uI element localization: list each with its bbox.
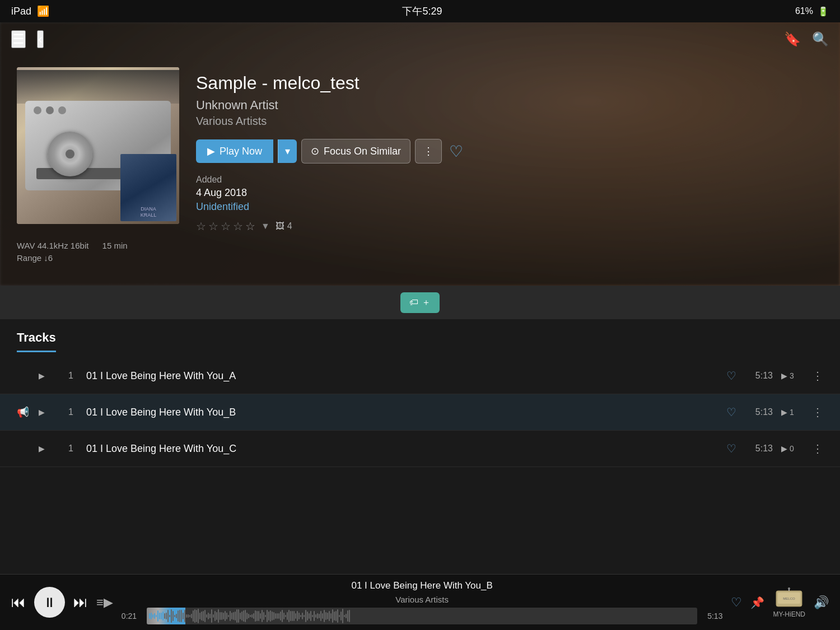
waveform-bar <box>176 614 177 618</box>
rating-dropdown-icon[interactable]: ▼ <box>261 221 270 231</box>
more-options-button[interactable]: ⋮ <box>415 139 442 164</box>
tag-icon: 🏷 <box>409 297 418 307</box>
rating-row: ☆ ☆ ☆ ☆ ☆ ▼ 🖼 4 <box>196 220 823 233</box>
tag-button[interactable]: 🏷 ＋ <box>400 292 440 313</box>
waveform-bar <box>267 610 268 622</box>
waveform-bar <box>260 613 261 619</box>
play-count-2: 1 <box>790 408 794 417</box>
waveform-bar <box>184 610 185 622</box>
play-count-3: 0 <box>790 444 794 453</box>
photo-number: 4 <box>287 221 292 231</box>
track-duration-2: 5:13 <box>745 407 773 417</box>
volume-button[interactable]: 🔊 <box>814 595 829 610</box>
added-label: Added <box>196 175 823 185</box>
waveform-bar <box>161 613 162 620</box>
device-name-label: MY-HiEND <box>773 610 805 618</box>
track-more-2[interactable]: ⋮ <box>812 405 823 419</box>
waveform-bar <box>191 614 192 618</box>
play-dropdown-button[interactable]: ▾ <box>278 139 297 163</box>
waveform-bar <box>245 610 246 622</box>
track-more-3[interactable]: ⋮ <box>812 442 823 455</box>
waveform-bar <box>347 610 348 622</box>
duration-label: 15 min <box>102 241 128 250</box>
star-4[interactable]: ☆ <box>233 220 243 233</box>
waveform-bar <box>174 615 175 617</box>
heart-button[interactable]: ♡ <box>446 139 466 164</box>
unidentified-link[interactable]: Unidentified <box>196 201 823 213</box>
waveform-bar <box>149 613 150 619</box>
waveform-bar <box>157 610 158 622</box>
track-name-2[interactable]: 01 I Love Being Here With You_B <box>86 407 718 418</box>
album-title: Sample - melco_test <box>196 73 823 94</box>
back-button[interactable]: ‹ <box>37 30 44 48</box>
waveform-bar <box>181 610 182 622</box>
player-heart-button[interactable]: ♡ <box>731 595 742 610</box>
device-svg: MELCO <box>775 586 803 609</box>
focus-icon: ⊙ <box>311 145 319 157</box>
star-2[interactable]: ☆ <box>208 220 218 233</box>
track-heart-3[interactable]: ♡ <box>726 442 736 455</box>
waveform-bar <box>335 611 337 622</box>
svg-text:MELCO: MELCO <box>783 597 796 600</box>
waveform-bar <box>319 614 320 618</box>
play-now-button[interactable]: ▶ Play Now <box>196 139 273 163</box>
waveform-bar <box>277 613 278 618</box>
track-name-3[interactable]: 01 I Love Being Here With You_C <box>86 443 718 455</box>
progress-bar[interactable] <box>147 608 698 624</box>
waveform-bar <box>225 611 226 621</box>
waveform-bar <box>317 613 318 619</box>
play-icon-1: ▶ <box>781 371 787 380</box>
waveform-bar <box>292 611 293 622</box>
player-pin-button[interactable]: 📌 <box>750 596 764 609</box>
nav-actions: 🔖 🔍 <box>784 31 829 47</box>
menu-button[interactable]: ☰ <box>11 30 26 48</box>
star-5[interactable]: ☆ <box>245 220 255 233</box>
waveform-bar <box>206 614 207 617</box>
waveform-bar <box>280 612 281 620</box>
battery-level: 61% <box>795 6 813 16</box>
waveform-bar <box>189 615 190 617</box>
waveform-bar <box>295 613 296 618</box>
play-icon-2: ▶ <box>781 408 787 417</box>
waveform-bar <box>214 611 216 622</box>
track-heart-2[interactable]: ♡ <box>726 405 736 419</box>
total-time: 5:13 <box>703 612 722 620</box>
waveform-bar <box>278 613 279 619</box>
photo-count[interactable]: 🖼 4 <box>276 221 292 231</box>
waveform-bar <box>263 612 264 620</box>
waveform-bar <box>230 611 231 621</box>
waveform-bar <box>186 614 187 617</box>
waveform-bar <box>315 614 316 618</box>
star-1[interactable]: ☆ <box>196 220 206 233</box>
focus-similar-button[interactable]: ⊙ Focus On Similar <box>301 139 410 164</box>
waveform-bar <box>282 610 283 622</box>
waveform-bar <box>204 610 206 622</box>
status-right: 61% 🔋 <box>795 6 829 17</box>
search-button[interactable]: 🔍 <box>812 31 829 47</box>
player-device[interactable]: MELCO MY-HiEND <box>773 586 805 618</box>
waveform-bar <box>218 609 219 623</box>
waveform-bar <box>196 610 197 622</box>
track-heart-1[interactable]: ♡ <box>726 369 736 382</box>
waveform-bar <box>293 611 295 621</box>
waveform-bar <box>265 615 266 618</box>
range-label: Range ↓6 <box>17 253 53 263</box>
waveform-bar <box>298 613 300 620</box>
waveform-bar <box>178 610 179 622</box>
waveform-bar <box>248 614 249 619</box>
meta-info: WAV 44.1kHz 16bit 15 min Range ↓6 <box>17 241 139 613</box>
player-artist-name: Various Artists <box>395 595 449 604</box>
bookmark-button[interactable]: 🔖 <box>784 31 801 47</box>
waveform-bar <box>169 615 170 618</box>
diana-label: DIANAKRALL <box>141 206 157 218</box>
waveform-bar <box>344 615 345 618</box>
star-3[interactable]: ☆ <box>221 220 231 233</box>
waveform-bar <box>251 614 253 618</box>
waveform-bar <box>288 610 290 622</box>
waveform-bar <box>179 610 180 622</box>
star-rating[interactable]: ☆ ☆ ☆ ☆ ☆ <box>196 220 255 233</box>
waveform-bar <box>339 615 340 618</box>
waveform-bar <box>209 614 211 618</box>
track-name-1[interactable]: 01 I Love Being Here With You_A <box>86 370 718 382</box>
track-more-1[interactable]: ⋮ <box>812 369 823 382</box>
